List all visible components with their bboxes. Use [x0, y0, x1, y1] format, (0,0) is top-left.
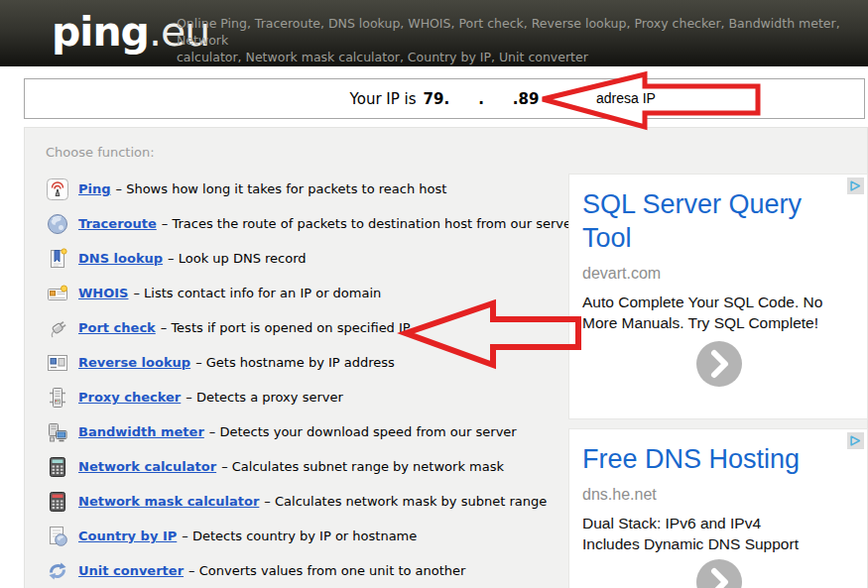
country-by-ip-icon [46, 525, 69, 548]
proxy-checker-server-icon [46, 386, 69, 410]
port-check-link[interactable]: Port check [78, 320, 156, 335]
traceroute-description: – Traces the route of packets to destina… [162, 216, 577, 231]
bandwidth-meter-computers-icon [46, 420, 69, 444]
ip-octet-4: .89 [513, 90, 540, 108]
whois-id-card-icon [46, 282, 69, 305]
unit-converter-link[interactable]: Unit converter [78, 563, 184, 578]
your-ip-banner: Your IP is 79. . .89 [24, 78, 865, 119]
logo-ping-text: ping [52, 8, 149, 56]
traceroute-globe-icon [46, 212, 69, 236]
site-tagline-line2: calculator, Network mask calculator, Cou… [177, 49, 868, 65]
country-by-ip-description: – Detects country by IP or hostname [182, 529, 417, 543]
network-calculator-description: – Calculates subnet range by network mas… [221, 459, 504, 474]
port-check-plug-icon [46, 316, 69, 340]
ip-octet-1: 79. [424, 90, 450, 108]
ping-description: – Shows how long it takes for packets to… [116, 181, 447, 196]
site-header: ping.eu Online Ping, Traceroute, DNS loo… [0, 0, 868, 66]
ping-link[interactable]: Ping [78, 181, 111, 196]
reverse-lookup-icon [46, 351, 69, 375]
choose-function-heading: Choose function: [46, 145, 867, 160]
reverse-lookup-description: – Gets hostname by IP address [195, 355, 395, 370]
traceroute-link[interactable]: Traceroute [78, 216, 157, 231]
bandwidth-meter-description: – Detects your download speed from our s… [209, 424, 517, 439]
ping-eu-page: ping.eu Online Ping, Traceroute, DNS loo… [0, 0, 868, 588]
network-mask-calculator-icon [46, 490, 69, 514]
ad-chevron-button[interactable] [696, 559, 742, 588]
proxy-checker-link[interactable]: Proxy checker [78, 390, 181, 405]
ad-body: Auto Complete Your SQL Code. No More Man… [582, 292, 867, 333]
whois-link[interactable]: WHOIS [78, 286, 128, 300]
adchoices-icon[interactable] [847, 177, 864, 194]
ip-octet-separator: . [478, 90, 484, 108]
unit-converter-description: – Converts values from one unit to anoth… [188, 563, 465, 578]
ad-body-line1: Dual Stack: IPv6 and IPv4 [582, 513, 867, 533]
ad-domain: dns.he.net [582, 486, 867, 504]
ad-body: Dual Stack: IPv6 and IPv4 Includes Dynam… [582, 513, 867, 554]
port-check-description: – Tests if port is opened on specified I… [161, 320, 411, 335]
ad-body-line2: More Manuals. Try SQL Complete! [582, 312, 867, 333]
reverse-lookup-link[interactable]: Reverse lookup [78, 355, 190, 370]
dns-lookup-description: – Look up DNS record [168, 251, 306, 266]
adchoices-icon[interactable] [847, 432, 864, 449]
ping-icon [46, 177, 69, 201]
site-tagline-line1: Online Ping, Traceroute, DNS lookup, WHO… [177, 15, 868, 49]
network-calculator-icon [46, 455, 69, 479]
ad-free-dns-hosting[interactable]: Free DNS Hosting dns.he.net Dual Stack: … [568, 428, 868, 588]
site-tagline: Online Ping, Traceroute, DNS lookup, WHO… [177, 15, 868, 65]
network-calculator-link[interactable]: Network calculator [78, 459, 216, 474]
ad-title[interactable]: Free DNS Hosting [582, 442, 835, 476]
unit-converter-arrows-icon [46, 559, 69, 583]
ad-body-line2: Includes Dynamic DNS Support [582, 533, 867, 554]
country-by-ip-link[interactable]: Country by IP [78, 529, 177, 543]
dns-lookup-book-icon [46, 247, 69, 271]
ad-title[interactable]: SQL Server Query Tool [582, 187, 835, 255]
whois-description: – Lists contact info for an IP or domain [133, 286, 381, 300]
ad-domain: devart.com [582, 265, 867, 283]
ad-body-line1: Auto Complete Your SQL Code. No [582, 292, 867, 312]
ad-sql-server-query-tool[interactable]: SQL Server Query Tool devart.com Auto Co… [568, 174, 868, 419]
bandwidth-meter-link[interactable]: Bandwidth meter [78, 424, 204, 439]
network-mask-calculator-description: – Calculates network mask by subnet rang… [264, 494, 547, 509]
network-mask-calculator-link[interactable]: Network mask calculator [78, 494, 259, 509]
ip-annotation-text: adresa IP [596, 90, 656, 106]
proxy-checker-description: – Detects a proxy server [186, 390, 343, 405]
dns-lookup-link[interactable]: DNS lookup [78, 251, 163, 266]
your-ip-label: Your IP is [350, 90, 417, 108]
ad-chevron-button[interactable] [696, 341, 742, 387]
